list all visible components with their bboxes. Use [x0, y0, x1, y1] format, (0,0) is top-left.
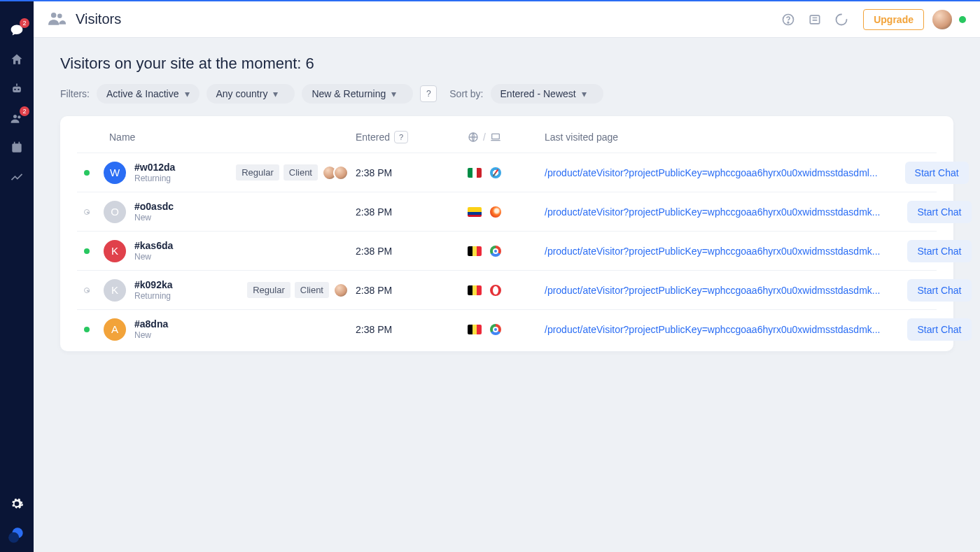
sort-select[interactable]: Entered - Newest ▾: [491, 84, 603, 104]
gear-icon: [10, 497, 24, 511]
visitor-id: #k092ka: [134, 279, 173, 291]
svg-rect-6: [12, 143, 21, 153]
tag-client: Client: [295, 282, 329, 298]
visitor-id: #o0asdc: [134, 201, 174, 213]
start-chat-button[interactable]: Start Chat: [907, 318, 971, 341]
status-online-icon: [84, 327, 90, 332]
filter-status[interactable]: Active & Inactive ▾: [97, 84, 200, 104]
flag-be-icon: [468, 325, 482, 334]
visited-page-link[interactable]: /product/ateVisitor?projectPublicKey=wph…: [545, 206, 881, 218]
contact-card-icon: [10, 141, 24, 155]
visitor-count: 6: [306, 55, 314, 72]
operator-avatars: [333, 283, 349, 298]
visited-page-link[interactable]: /product/ateVisitor?projectPublicKey=wph…: [545, 285, 881, 296]
help-button[interactable]: [778, 9, 799, 30]
rail-home[interactable]: [0, 45, 34, 74]
news-button[interactable]: [804, 9, 825, 30]
visitor-avatar: K: [104, 240, 126, 262]
start-chat-button[interactable]: Start Chat: [907, 279, 971, 302]
row-url-cell: /product/ateVisitor?projectPublicKey=wph…: [545, 167, 878, 178]
svg-point-12: [57, 13, 62, 18]
refresh-button[interactable]: [831, 9, 852, 30]
rail-settings[interactable]: [0, 489, 34, 518]
browser-chrome-icon: [490, 246, 501, 257]
visitor-type: New: [134, 213, 174, 222]
start-chat-button[interactable]: Start Chat: [907, 240, 971, 262]
filter-country[interactable]: Any country ▾: [206, 84, 295, 104]
row-name-cell: A#a8dnaNew: [104, 318, 349, 341]
rail-contacts[interactable]: 2: [0, 104, 34, 133]
upgrade-button[interactable]: Upgrade: [863, 9, 924, 30]
row-tags: RegularClient: [236, 164, 349, 181]
svg-point-10: [8, 532, 19, 543]
brand-logo: [0, 518, 34, 552]
rail-bots[interactable]: [0, 74, 34, 104]
svg-rect-7: [14, 142, 15, 145]
row-name-cell: K#kas6daNew: [104, 240, 349, 262]
row-url-cell: /product/ateVisitor?projectPublicKey=wph…: [545, 324, 881, 335]
heading-prefix: Visitors on your site at the moment:: [60, 55, 306, 72]
svg-point-14: [788, 22, 789, 23]
row-entered: 2:38 PM: [356, 246, 461, 257]
row-name-cell: O#o0asdcNew: [104, 201, 349, 223]
entered-help[interactable]: ?: [394, 131, 408, 143]
svg-rect-0: [13, 87, 21, 92]
visitor-avatar: W: [104, 162, 126, 184]
chevron-down-icon: ▾: [273, 88, 278, 99]
globe-icon: [468, 132, 479, 143]
row-status: [77, 209, 97, 215]
start-chat-button[interactable]: Start Chat: [905, 162, 969, 184]
page-title: Visitors: [76, 11, 121, 27]
filter-returning[interactable]: New & Returning ▾: [302, 84, 413, 104]
visited-page-link[interactable]: /product/ateVisitor?projectPublicKey=wph…: [545, 246, 881, 257]
filters-help[interactable]: ?: [420, 85, 437, 102]
status-idle-icon: [84, 288, 90, 293]
rail-chat[interactable]: 2: [0, 15, 34, 45]
status-idle-icon: [84, 209, 90, 215]
sort-value-label: Entered - Newest: [500, 88, 576, 99]
operator-avatar: [333, 165, 349, 181]
browser-safari-icon: [490, 167, 501, 178]
operator-avatars: [322, 165, 349, 181]
visitor-type: Returning: [134, 291, 173, 301]
row-origin: [468, 285, 538, 296]
status-online-icon: [84, 170, 90, 176]
visited-page-link[interactable]: /product/ateVisitor?projectPublicKey=wph…: [545, 324, 881, 335]
help-circle-icon: [781, 13, 795, 27]
news-icon: [808, 13, 822, 27]
visitor-id: #a8dna: [134, 318, 168, 330]
row-name-cell: W#w012daReturningRegularClient: [104, 162, 349, 184]
side-rail: 2 2: [0, 0, 34, 552]
browser-chrome-icon: [490, 324, 501, 335]
svg-point-5: [18, 115, 20, 118]
filter-status-label: Active & Inactive: [106, 88, 179, 99]
row-status: [77, 327, 97, 332]
main-area: Visitors Upgrade Visitors on your site a…: [34, 0, 980, 552]
chevron-down-icon: ▾: [582, 88, 587, 99]
table-row: W#w012daReturningRegularClient2:38 PM/pr…: [77, 153, 937, 192]
row-origin: [468, 206, 538, 218]
visitor-type: Returning: [134, 174, 175, 183]
row-status: [77, 170, 97, 176]
row-origin: [468, 167, 538, 178]
filter-returning-label: New & Returning: [312, 88, 386, 99]
filter-country-label: Any country: [216, 88, 268, 99]
page-heading: Visitors on your site at the moment: 6: [60, 55, 953, 73]
filter-bar: Filters: Active & Inactive ▾ Any country…: [60, 84, 953, 104]
visited-page-link[interactable]: /product/ateVisitor?projectPublicKey=wph…: [545, 167, 878, 178]
rail-analytics[interactable]: [0, 162, 34, 192]
col-name: Name: [104, 132, 349, 143]
svg-point-1: [14, 89, 15, 90]
flag-co-icon: [468, 207, 482, 217]
tag-regular: Regular: [236, 164, 279, 181]
browser-firefox-icon: [490, 206, 501, 218]
user-status-dot: [959, 16, 966, 23]
user-avatar[interactable]: [932, 10, 952, 29]
table-row: O#o0asdcNew2:38 PM/product/ateVisitor?pr…: [77, 192, 937, 231]
start-chat-button[interactable]: Start Chat: [907, 201, 971, 223]
flag-it-icon: [468, 168, 482, 178]
tag-client: Client: [284, 164, 318, 181]
rail-calendar[interactable]: [0, 133, 34, 162]
row-entered: 2:38 PM: [356, 206, 461, 218]
operator-avatar: [333, 283, 349, 298]
